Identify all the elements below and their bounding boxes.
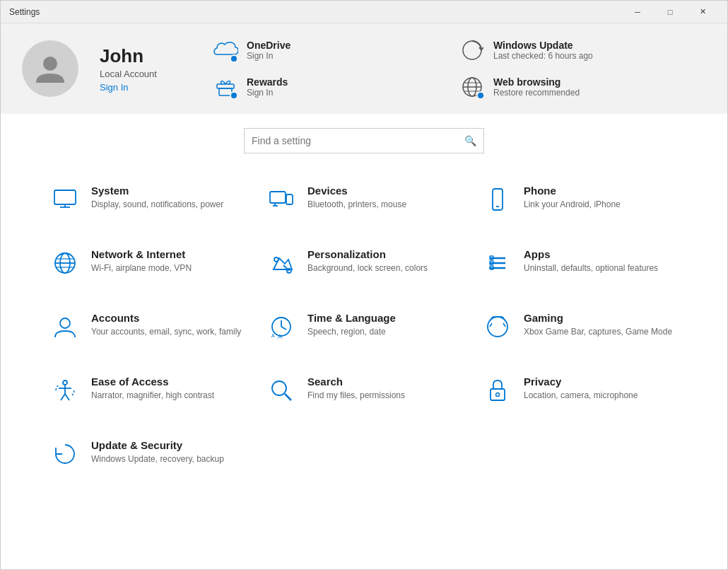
search-setting-icon (266, 376, 296, 405)
user-account-type: Local Account (100, 69, 192, 79)
svg-line-35 (281, 327, 286, 330)
time-name: Time & Language (307, 312, 396, 324)
rewards-name: Rewards (247, 76, 288, 88)
setting-network[interactable]: Network & Internet Wi-Fi, airplane mode,… (43, 238, 252, 288)
svg-rect-12 (270, 192, 286, 203)
header-section: John Local Account Sign In OneDrive Sign… (1, 23, 727, 114)
time-desc: Speech, region, date (307, 326, 396, 338)
search-icon: 🔍 (464, 135, 476, 146)
setting-privacy[interactable]: Privacy Location, camera, microphone (476, 366, 685, 415)
devices-name: Devices (307, 185, 406, 197)
personalization-name: Personalization (307, 248, 428, 260)
privacy-text: Privacy Location, camera, microphone (524, 376, 638, 402)
setting-apps[interactable]: Apps Uninstall, defaults, optional featu… (476, 238, 685, 288)
svg-rect-1 (217, 84, 234, 88)
system-desc: Display, sound, notifications, power (91, 199, 223, 211)
service-web-browsing[interactable]: Web browsing Restore recommended (459, 74, 706, 100)
header-services: OneDrive Sign In Rewards Sign In (213, 37, 706, 100)
windows-update-text: Windows Update Last checked: 6 hours ago (493, 40, 593, 61)
settings-grid: System Display, sound, notifications, po… (43, 175, 685, 479)
setting-system[interactable]: System Display, sound, notifications, po… (43, 175, 252, 224)
windows-update-name: Windows Update (493, 40, 593, 51)
svg-line-47 (61, 394, 65, 400)
gaming-text: Gaming Xbox Game Bar, captures, Game Mod… (524, 312, 672, 338)
onedrive-sub: Sign In (247, 51, 290, 61)
onedrive-dot (230, 54, 238, 63)
system-text: System Display, sound, notifications, po… (91, 185, 223, 211)
title-bar: Settings ─ □ ✕ (1, 1, 727, 23)
svg-point-0 (43, 57, 57, 71)
setting-time[interactable]: A A Time & Language Speech, region, date (259, 302, 469, 351)
svg-rect-51 (491, 389, 505, 400)
accounts-text: Accounts Your accounts, email, sync, wor… (91, 312, 241, 338)
setting-update[interactable]: Update & Security Windows Update, recove… (43, 429, 252, 479)
svg-text:A: A (278, 333, 282, 340)
ease-icon (50, 376, 80, 405)
gaming-icon (483, 312, 512, 342)
devices-icon (266, 185, 296, 214)
title-bar-left: Settings (9, 7, 40, 17)
search-setting-name: Search (307, 376, 405, 388)
services-col-2: Windows Update Last checked: 6 hours ago (459, 37, 706, 100)
onedrive-icon-wrap (213, 37, 238, 63)
accounts-name: Accounts (91, 312, 241, 324)
minimize-button[interactable]: ─ (621, 1, 654, 23)
personalization-text: Personalization Background, lock screen,… (307, 248, 428, 274)
svg-rect-9 (54, 190, 76, 204)
service-windows-update[interactable]: Windows Update Last checked: 6 hours ago (459, 37, 706, 63)
devices-text: Devices Bluetooth, printers, mouse (307, 185, 406, 211)
phone-text: Phone Link your Android, iPhone (524, 185, 621, 211)
update-icon (50, 439, 80, 469)
svg-point-44 (63, 380, 67, 385)
update-text: Update & Security Windows Update, recove… (91, 439, 224, 465)
setting-ease[interactable]: Ease of Access Narrator, magnifier, high… (43, 366, 252, 415)
window-title: Settings (9, 7, 40, 17)
system-icon (50, 185, 80, 214)
setting-accounts[interactable]: Accounts Your accounts, email, sync, wor… (43, 302, 252, 351)
update-desc: Windows Update, recovery, backup (91, 453, 224, 465)
apps-icon (483, 248, 512, 278)
phone-name: Phone (524, 185, 621, 197)
search-bar-wrap: 🔍 (43, 128, 685, 153)
svg-text:A: A (271, 333, 275, 338)
main-content: 🔍 System Display, sound, notifications, … (1, 114, 727, 493)
personalization-icon (266, 248, 296, 278)
windows-update-icon (459, 37, 485, 63)
svg-line-43 (503, 323, 505, 327)
web-browsing-text: Web browsing Restore recommended (493, 76, 580, 98)
system-name: System (91, 185, 223, 197)
setting-search[interactable]: Search Find my files, permissions (259, 366, 469, 415)
apps-desc: Uninstall, defaults, optional features (524, 262, 658, 274)
rewards-icon-wrap (213, 74, 238, 100)
web-browsing-name: Web browsing (493, 76, 580, 88)
search-input[interactable] (252, 135, 459, 146)
maximize-button[interactable]: □ (654, 1, 686, 23)
avatar-icon (33, 51, 68, 86)
setting-devices[interactable]: Devices Bluetooth, printers, mouse (259, 175, 469, 224)
setting-gaming[interactable]: Gaming Xbox Game Bar, captures, Game Mod… (476, 302, 685, 351)
windows-update-icon-wrap (459, 37, 485, 63)
setting-personalization[interactable]: Personalization Background, lock screen,… (259, 238, 469, 288)
rewards-text: Rewards Sign In (247, 76, 288, 98)
svg-point-23 (274, 257, 278, 262)
phone-icon (483, 185, 512, 214)
title-bar-controls: ─ □ ✕ (621, 1, 719, 23)
search-setting-text: Search Find my files, permissions (307, 376, 405, 402)
ease-desc: Narrator, magnifier, high contrast (91, 390, 214, 402)
rewards-dot (230, 91, 238, 100)
ease-name: Ease of Access (91, 376, 214, 388)
svg-line-42 (490, 323, 492, 327)
service-rewards[interactable]: Rewards Sign In (213, 74, 459, 100)
setting-phone[interactable]: Phone Link your Android, iPhone (476, 175, 685, 224)
privacy-icon (483, 376, 512, 405)
gaming-desc: Xbox Game Bar, captures, Game Mode (524, 326, 672, 338)
sign-in-link[interactable]: Sign In (100, 82, 192, 93)
web-browsing-dot (476, 91, 485, 100)
windows-update-sub: Last checked: 6 hours ago (493, 51, 593, 61)
time-text: Time & Language Speech, region, date (307, 312, 396, 338)
phone-desc: Link your Android, iPhone (524, 199, 621, 211)
close-button[interactable]: ✕ (686, 1, 719, 23)
search-bar[interactable]: 🔍 (244, 128, 484, 153)
service-onedrive[interactable]: OneDrive Sign In (213, 37, 459, 63)
apps-name: Apps (524, 248, 658, 260)
